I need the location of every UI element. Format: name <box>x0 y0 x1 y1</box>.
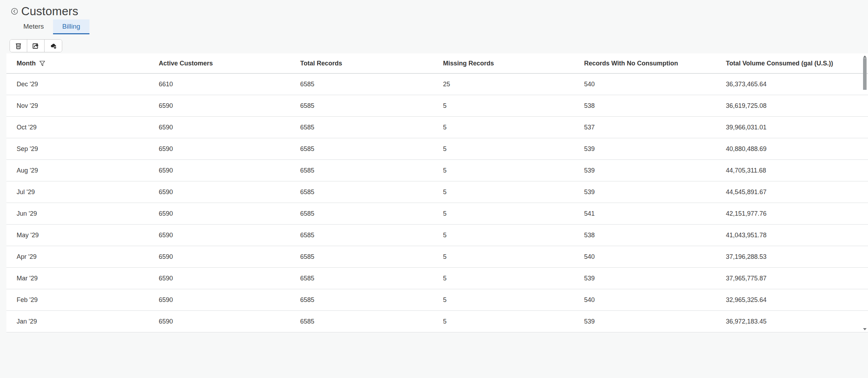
cell-active-customers: 6590 <box>159 296 300 304</box>
cell-missing-records: 5 <box>443 102 584 110</box>
vertical-scrollbar[interactable] <box>863 54 867 332</box>
cell-total-records: 6585 <box>300 318 443 325</box>
cell-month: Sep '29 <box>17 145 159 153</box>
cell-no-consumption: 539 <box>584 188 726 196</box>
cell-no-consumption: 537 <box>584 124 726 131</box>
cell-total-records: 6585 <box>300 102 443 110</box>
table-row[interactable]: Sep '29 6590 6585 5 539 40,880,488.69 <box>6 138 868 160</box>
table-row[interactable]: Apr '29 6590 6585 5 540 37,196,288.53 <box>6 246 868 268</box>
table-row[interactable]: Aug '29 6590 6585 5 539 44,705,311.68 <box>6 160 868 181</box>
cell-total-volume: 37,965,775.87 <box>726 275 868 282</box>
scrollbar-thumb[interactable] <box>863 58 867 90</box>
cell-month: Feb '29 <box>17 296 159 304</box>
export-arrow-icon <box>32 42 40 50</box>
cell-no-consumption: 539 <box>584 145 726 153</box>
cell-active-customers: 6590 <box>159 253 300 261</box>
cell-total-records: 6585 <box>300 232 443 239</box>
table-row[interactable]: May '29 6590 6585 5 538 41,043,951.78 <box>6 225 868 246</box>
cell-missing-records: 5 <box>443 188 584 196</box>
table-row[interactable]: Jun '29 6590 6585 5 541 42,151,977.76 <box>6 203 868 225</box>
cell-missing-records: 25 <box>443 81 584 88</box>
column-header-total-records[interactable]: Total Records <box>300 60 443 67</box>
cell-missing-records: 5 <box>443 296 584 304</box>
cell-missing-records: 5 <box>443 210 584 217</box>
cell-no-consumption: 540 <box>584 253 726 261</box>
cell-no-consumption: 539 <box>584 167 726 174</box>
cell-total-volume: 36,972,183.45 <box>726 318 868 325</box>
cell-total-records: 6585 <box>300 275 443 282</box>
scroll-down-arrow-icon[interactable] <box>863 328 867 330</box>
column-header-month[interactable]: Month <box>17 60 159 67</box>
scroll-up-arrow-icon[interactable] <box>863 56 867 58</box>
tab-billing-label: Billing <box>62 23 80 30</box>
export-button[interactable] <box>27 40 45 52</box>
cell-month: May '29 <box>17 232 159 239</box>
cell-active-customers: 6590 <box>159 232 300 239</box>
page-header: Customers <box>0 0 868 18</box>
table-row[interactable]: Feb '29 6590 6585 5 540 32,965,325.64 <box>6 289 868 311</box>
cell-total-records: 6585 <box>300 81 443 88</box>
cell-total-volume: 40,880,488.69 <box>726 145 868 153</box>
toolbar <box>10 39 62 52</box>
trash-icon <box>14 42 22 50</box>
cell-no-consumption: 540 <box>584 81 726 88</box>
table-row[interactable]: Nov '29 6590 6585 5 538 36,619,725.08 <box>6 95 868 117</box>
back-button[interactable] <box>11 8 18 15</box>
cell-no-consumption: 541 <box>584 210 726 217</box>
cell-missing-records: 5 <box>443 253 584 261</box>
cell-missing-records: 5 <box>443 275 584 282</box>
cell-month: Jun '29 <box>17 210 159 217</box>
table-row[interactable]: Jan '29 6590 6585 5 539 36,972,183.45 <box>6 311 868 332</box>
cell-active-customers: 6610 <box>159 81 300 88</box>
cell-active-customers: 6590 <box>159 188 300 196</box>
page-title: Customers <box>21 5 78 18</box>
cell-active-customers: 6590 <box>159 124 300 131</box>
column-header-total-volume[interactable]: Total Volume Consumed (gal (U.S.)) <box>726 60 868 67</box>
delete-button[interactable] <box>10 40 27 52</box>
cell-active-customers: 6590 <box>159 145 300 153</box>
cell-total-records: 6585 <box>300 188 443 196</box>
filter-icon[interactable] <box>39 60 45 66</box>
cell-month: Apr '29 <box>17 253 159 261</box>
cell-no-consumption: 540 <box>584 296 726 304</box>
tab-meters-label: Meters <box>23 23 44 30</box>
cell-active-customers: 6590 <box>159 167 300 174</box>
cell-total-volume: 41,043,951.78 <box>726 232 868 239</box>
tab-meters[interactable]: Meters <box>14 19 53 34</box>
cell-no-consumption: 539 <box>584 275 726 282</box>
cell-active-customers: 6590 <box>159 210 300 217</box>
column-header-no-consumption[interactable]: Records With No Consumption <box>584 60 726 67</box>
column-header-missing-records[interactable]: Missing Records <box>443 60 584 67</box>
billing-table: Month Active Customers Total Records Mis… <box>6 53 868 332</box>
cell-total-volume: 36,373,465.64 <box>726 81 868 88</box>
cell-total-volume: 44,705,311.68 <box>726 167 868 174</box>
cell-month: Jan '29 <box>17 318 159 325</box>
cell-missing-records: 5 <box>443 318 584 325</box>
cloud-gear-icon <box>49 42 57 50</box>
cell-total-volume: 44,545,891.67 <box>726 188 868 196</box>
table-row[interactable]: Mar '29 6590 6585 5 539 37,965,775.87 <box>6 268 868 289</box>
cell-total-records: 6585 <box>300 296 443 304</box>
cell-no-consumption: 539 <box>584 318 726 325</box>
cell-total-volume: 37,196,288.53 <box>726 253 868 261</box>
tab-billing[interactable]: Billing <box>53 19 89 34</box>
table-row[interactable]: Oct '29 6590 6585 5 537 39,966,031.01 <box>6 117 868 138</box>
cell-month: Aug '29 <box>17 167 159 174</box>
cell-month: Jul '29 <box>17 188 159 196</box>
cell-missing-records: 5 <box>443 145 584 153</box>
cell-month: Oct '29 <box>17 124 159 131</box>
cell-total-records: 6585 <box>300 210 443 217</box>
cell-active-customers: 6590 <box>159 318 300 325</box>
cell-total-volume: 32,965,325.64 <box>726 296 868 304</box>
cell-no-consumption: 538 <box>584 102 726 110</box>
table-body: Dec '29 6610 6585 25 540 36,373,465.64 N… <box>6 74 868 332</box>
table-row[interactable]: Jul '29 6590 6585 5 539 44,545,891.67 <box>6 181 868 203</box>
cloud-settings-button[interactable] <box>45 40 62 52</box>
cell-missing-records: 5 <box>443 167 584 174</box>
cell-total-records: 6585 <box>300 253 443 261</box>
cell-missing-records: 5 <box>443 124 584 131</box>
column-header-active-customers[interactable]: Active Customers <box>159 60 300 67</box>
cell-month: Dec '29 <box>17 81 159 88</box>
cell-total-volume: 39,966,031.01 <box>726 124 868 131</box>
table-row[interactable]: Dec '29 6610 6585 25 540 36,373,465.64 <box>6 74 868 95</box>
